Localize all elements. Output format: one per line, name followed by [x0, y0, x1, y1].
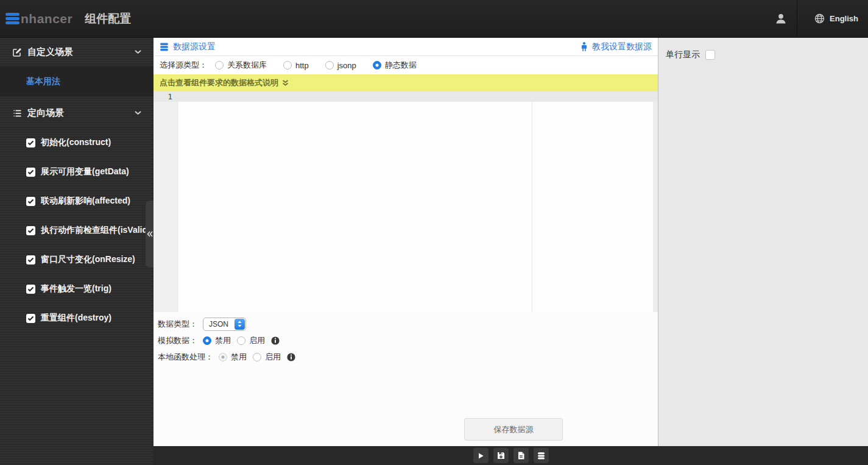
log-file-button[interactable]	[513, 448, 529, 463]
data-type-select[interactable]: JSON	[203, 318, 246, 331]
person-icon	[580, 42, 588, 52]
radio-checked[interactable]	[373, 61, 381, 69]
local-fn-disable-option[interactable]: 禁用	[219, 352, 247, 363]
checkbox-checked-icon	[26, 285, 35, 294]
radio-unchecked[interactable]	[283, 61, 292, 69]
editor-line-number: 1	[153, 91, 178, 102]
radio-disabled-checked	[219, 353, 227, 361]
radio-unchecked[interactable]	[215, 61, 224, 69]
source-type-option-http[interactable]: http	[283, 61, 309, 70]
logo-text: nhancer	[21, 12, 72, 26]
display-options-panel: 单行显示	[658, 38, 868, 446]
sidebar-item-label: 展示可用变量(getData)	[41, 166, 129, 177]
sidebar-item-label: 执行动作前检查组件(isValid)	[41, 225, 150, 236]
globe-icon	[814, 13, 825, 24]
language-label: English	[830, 14, 858, 23]
datasource-panel: 数据源设置 教我设置数据源 选择源类型： 关系数据库 http jsonp	[153, 38, 658, 446]
enhancer-logo-icon	[5, 13, 19, 24]
radio-label: 禁用	[231, 352, 247, 363]
save-datasource-button[interactable]: 保存数据源	[464, 418, 563, 441]
select-stepper-icon	[235, 319, 245, 330]
local-fn-row: 本地函数处理： 禁用 启用	[158, 349, 658, 365]
source-type-option-static-data[interactable]: 静态数据	[373, 60, 417, 71]
page-title: 组件配置	[85, 11, 131, 27]
sidebar-item-label: 初始化(construct)	[41, 137, 111, 148]
source-type-option-jsonp[interactable]: jsonp	[325, 61, 356, 70]
info-icon[interactable]	[287, 353, 295, 361]
single-line-display-checkbox[interactable]	[705, 50, 715, 60]
list-icon	[12, 108, 22, 118]
sidebar-item-affected[interactable]: 联动刷新影响(affected)	[0, 186, 153, 216]
mock-data-label: 模拟数据：	[158, 335, 197, 346]
mock-data-enable-option[interactable]: 启用	[237, 335, 265, 346]
data-format-info-banner[interactable]: 点击查看组件要求的数据格式说明	[153, 74, 658, 91]
radio-label: 启用	[249, 335, 265, 346]
info-icon[interactable]	[271, 336, 280, 345]
sidebar-item-isvalid[interactable]: 执行动作前检查组件(isValid)	[0, 216, 153, 245]
sidebar-item-basic-usage[interactable]: 基本用法	[0, 67, 153, 96]
local-fn-label: 本地函数处理：	[158, 352, 213, 363]
enhancer-logo[interactable]: nhancer	[0, 12, 72, 26]
radio-checked[interactable]	[203, 336, 211, 345]
checkbox-checked-icon	[26, 226, 35, 235]
sidebar-item-label: 事件触发一览(trig)	[41, 283, 111, 294]
floppy-icon	[497, 452, 505, 460]
radio-label: 禁用	[215, 335, 231, 346]
code-editor[interactable]: 1	[153, 91, 658, 312]
sidebar-item-label: 窗口尺寸变化(onResize)	[41, 254, 135, 265]
sidebar-item-label: 基本用法	[26, 76, 60, 87]
checkbox-checked-icon	[26, 255, 35, 264]
source-type-option-relational-db[interactable]: 关系数据库	[215, 60, 267, 71]
data-type-value: JSON	[203, 318, 234, 330]
local-fn-enable-option[interactable]: 启用	[253, 352, 281, 363]
sidebar-group-custom-scenarios[interactable]: 自定义场景	[0, 38, 153, 67]
source-type-row: 选择源类型： 关系数据库 http jsonp 静态数据	[153, 56, 658, 74]
user-button[interactable]	[765, 13, 797, 25]
file-icon	[518, 452, 524, 460]
editor-scrollbar-track[interactable]	[653, 91, 658, 312]
sidebar-group-targeted-scenarios[interactable]: 定向场景	[0, 99, 153, 128]
mock-data-row: 模拟数据： 禁用 启用	[158, 332, 658, 349]
radio-unchecked[interactable]	[253, 353, 261, 361]
teach-me-label: 教我设置数据源	[592, 41, 652, 52]
run-button[interactable]	[473, 448, 489, 463]
checkbox-checked-icon	[26, 168, 35, 177]
screen: nhancer 组件配置 English 自定义场景 基本用法	[0, 0, 868, 465]
datasource-controls: 数据类型： JSON 模拟数据： 禁用 启用	[153, 312, 658, 365]
bottom-toolbar	[153, 446, 868, 465]
banner-label: 点击查看组件要求的数据格式说明	[160, 77, 278, 88]
user-icon	[775, 13, 787, 25]
sidebar-item-onresize[interactable]: 窗口尺寸变化(onResize)	[0, 245, 153, 274]
sidebar-item-getdata[interactable]: 展示可用变量(getData)	[0, 157, 153, 186]
radio-label: 启用	[265, 352, 281, 363]
sidebar-item-destroy[interactable]: 重置组件(destroy)	[0, 303, 153, 333]
radio-unchecked[interactable]	[237, 336, 245, 345]
save-button[interactable]	[493, 448, 509, 463]
mock-data-disable-option[interactable]: 禁用	[203, 335, 231, 346]
angle-double-down-icon	[282, 80, 289, 86]
teach-me-link[interactable]: 教我设置数据源	[580, 41, 652, 52]
sidebar-item-trig[interactable]: 事件触发一览(trig)	[0, 274, 153, 303]
single-line-display-label: 单行显示	[666, 49, 700, 60]
language-switch[interactable]: English	[797, 13, 868, 24]
radio-unchecked[interactable]	[325, 61, 334, 69]
datasource-header: 数据源设置 教我设置数据源	[153, 38, 658, 56]
database-icon	[537, 452, 545, 460]
collapse-sidebar-handle[interactable]	[146, 201, 153, 268]
sidebar-item-label: 重置组件(destroy)	[41, 313, 111, 324]
sidebar-group-label: 自定义场景	[27, 46, 73, 58]
double-chevron-left-icon	[147, 231, 153, 237]
play-icon	[477, 452, 484, 460]
editor-gutter: 1	[153, 91, 178, 312]
database-icon	[160, 43, 169, 51]
datasource-button[interactable]	[534, 448, 549, 463]
edit-icon	[12, 48, 22, 57]
editor-active-line	[153, 91, 658, 102]
single-line-display-row: 单行显示	[666, 49, 861, 60]
topbar: nhancer 组件配置 English	[0, 0, 868, 38]
data-type-row: 数据类型： JSON	[158, 316, 658, 332]
sidebar-group-label: 定向场景	[27, 107, 64, 119]
sidebar-item-construct[interactable]: 初始化(construct)	[0, 128, 153, 157]
editor-print-margin	[532, 91, 532, 312]
radio-label: 静态数据	[385, 60, 417, 71]
